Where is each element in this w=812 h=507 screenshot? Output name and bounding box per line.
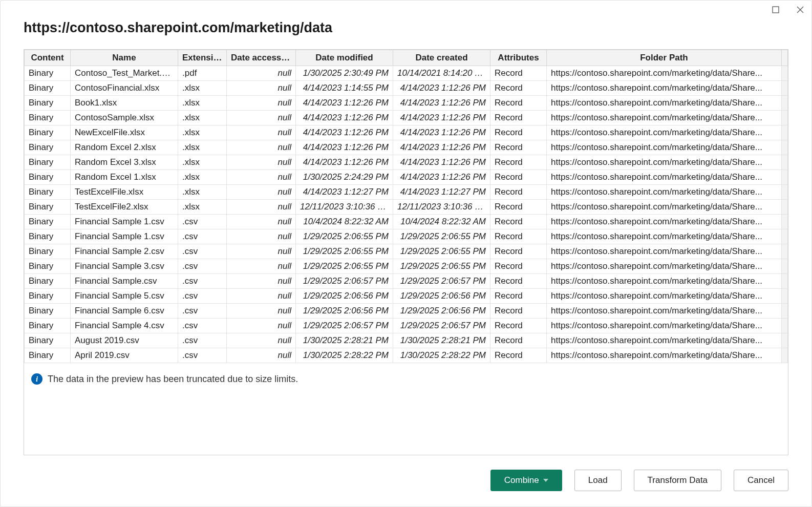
cell-name[interactable]: Financial Sample 1.csv: [71, 215, 178, 229]
cell-name[interactable]: ContosoSample.xlsx: [71, 111, 178, 125]
table-row[interactable]: BinaryFinancial Sample.csv.csvnull1/29/2…: [25, 274, 788, 289]
cell-date-created[interactable]: 4/14/2023 1:12:26 PM: [393, 96, 490, 111]
cell-date-accessed[interactable]: null: [227, 111, 296, 125]
cell-folder-path[interactable]: https://contoso.sharepoint.com/marketing…: [547, 125, 782, 140]
cell-name[interactable]: August 2019.csv: [71, 333, 178, 348]
cell-date-accessed[interactable]: null: [227, 81, 296, 96]
cell-date-accessed[interactable]: null: [227, 348, 296, 363]
cell-folder-path[interactable]: https://contoso.sharepoint.com/marketing…: [547, 244, 782, 259]
cell-content[interactable]: Binary: [25, 66, 71, 81]
cell-attributes[interactable]: Record: [490, 244, 547, 259]
cell-attributes[interactable]: Record: [490, 259, 547, 274]
cell-date-created[interactable]: 4/14/2023 1:12:27 PM: [393, 185, 490, 200]
cell-date-created[interactable]: 10/4/2024 8:22:32 AM: [393, 215, 490, 229]
cell-content[interactable]: Binary: [25, 140, 71, 155]
cell-attributes[interactable]: Record: [490, 215, 547, 229]
cell-date-accessed[interactable]: null: [227, 170, 296, 185]
cell-date-modified[interactable]: 10/4/2024 8:22:32 AM: [296, 215, 393, 229]
cell-name[interactable]: Book1.xlsx: [71, 96, 178, 111]
cell-name[interactable]: Random Excel 1.xlsx: [71, 170, 178, 185]
table-row[interactable]: BinaryNewExcelFile.xlsx.xlsxnull4/14/202…: [25, 125, 788, 140]
cell-name[interactable]: Random Excel 3.xlsx: [71, 155, 178, 170]
cell-content[interactable]: Binary: [25, 200, 71, 215]
cell-folder-path[interactable]: https://contoso.sharepoint.com/marketing…: [547, 348, 782, 363]
cell-date-created[interactable]: 1/29/2025 2:06:55 PM: [393, 229, 490, 244]
cell-date-created[interactable]: 12/11/2023 3:10:36 PM: [393, 200, 490, 215]
cell-date-created[interactable]: 1/29/2025 2:06:56 PM: [393, 289, 490, 304]
table-row[interactable]: BinaryFinancial Sample 5.csv.csvnull1/29…: [25, 289, 788, 304]
cell-folder-path[interactable]: https://contoso.sharepoint.com/marketing…: [547, 229, 782, 244]
cell-attributes[interactable]: Record: [490, 289, 547, 304]
cell-folder-path[interactable]: https://contoso.sharepoint.com/marketing…: [547, 155, 782, 170]
cell-content[interactable]: Binary: [25, 185, 71, 200]
cell-attributes[interactable]: Record: [490, 185, 547, 200]
col-attributes[interactable]: Attributes: [490, 50, 547, 66]
cell-content[interactable]: Binary: [25, 81, 71, 96]
cell-attributes[interactable]: Record: [490, 304, 547, 319]
cell-extension[interactable]: .csv: [178, 304, 227, 319]
cell-extension[interactable]: .csv: [178, 319, 227, 333]
cell-name[interactable]: Financial Sample 2.csv: [71, 244, 178, 259]
cell-date-modified[interactable]: 1/30/2025 2:28:22 PM: [296, 348, 393, 363]
cell-date-modified[interactable]: 1/29/2025 2:06:57 PM: [296, 274, 393, 289]
cell-attributes[interactable]: Record: [490, 140, 547, 155]
cell-date-accessed[interactable]: null: [227, 140, 296, 155]
cell-name[interactable]: Contoso_Test_Market.pdf: [71, 66, 178, 81]
cell-extension[interactable]: .csv: [178, 289, 227, 304]
cell-folder-path[interactable]: https://contoso.sharepoint.com/marketing…: [547, 304, 782, 319]
cell-extension[interactable]: .csv: [178, 348, 227, 363]
preview-table[interactable]: Content Name Extension Date accessed Dat…: [24, 50, 788, 363]
cell-name[interactable]: Financial Sample 3.csv: [71, 259, 178, 274]
cell-content[interactable]: Binary: [25, 319, 71, 333]
col-date-modified[interactable]: Date modified: [296, 50, 393, 66]
table-row[interactable]: BinaryContosoSample.xlsx.xlsxnull4/14/20…: [25, 111, 788, 125]
cell-date-modified[interactable]: 1/29/2025 2:06:56 PM: [296, 289, 393, 304]
cell-date-modified[interactable]: 4/14/2023 1:12:26 PM: [296, 125, 393, 140]
cell-date-modified[interactable]: 4/14/2023 1:12:26 PM: [296, 111, 393, 125]
cell-date-modified[interactable]: 12/11/2023 3:10:36 PM: [296, 200, 393, 215]
cell-attributes[interactable]: Record: [490, 170, 547, 185]
cell-date-modified[interactable]: 1/29/2025 2:06:55 PM: [296, 244, 393, 259]
cell-content[interactable]: Binary: [25, 289, 71, 304]
cell-date-created[interactable]: 1/29/2025 2:06:55 PM: [393, 259, 490, 274]
load-button[interactable]: Load: [574, 470, 622, 491]
cell-date-modified[interactable]: 1/29/2025 2:06:57 PM: [296, 319, 393, 333]
cell-date-accessed[interactable]: null: [227, 289, 296, 304]
table-row[interactable]: BinaryFinancial Sample 6.csv.csvnull1/29…: [25, 304, 788, 319]
cell-date-accessed[interactable]: null: [227, 185, 296, 200]
cell-name[interactable]: NewExcelFile.xlsx: [71, 125, 178, 140]
cell-extension[interactable]: .csv: [178, 333, 227, 348]
cell-date-accessed[interactable]: null: [227, 229, 296, 244]
cell-name[interactable]: Financial Sample.csv: [71, 274, 178, 289]
table-row[interactable]: BinaryFinancial Sample 3.csv.csvnull1/29…: [25, 259, 788, 274]
close-icon[interactable]: [795, 5, 805, 15]
cell-name[interactable]: Financial Sample 1.csv: [71, 229, 178, 244]
cell-content[interactable]: Binary: [25, 333, 71, 348]
cell-extension[interactable]: .xlsx: [178, 125, 227, 140]
cell-attributes[interactable]: Record: [490, 66, 547, 81]
cell-attributes[interactable]: Record: [490, 111, 547, 125]
cell-extension[interactable]: .csv: [178, 244, 227, 259]
cell-name[interactable]: Financial Sample 4.csv: [71, 319, 178, 333]
cell-date-created[interactable]: 4/14/2023 1:12:26 PM: [393, 140, 490, 155]
cell-extension[interactable]: .xlsx: [178, 170, 227, 185]
table-row[interactable]: BinaryContoso_Test_Market.pdf.pdfnull1/3…: [25, 66, 788, 81]
cell-attributes[interactable]: Record: [490, 81, 547, 96]
cell-attributes[interactable]: Record: [490, 333, 547, 348]
cell-attributes[interactable]: Record: [490, 229, 547, 244]
col-folder-path[interactable]: Folder Path: [547, 50, 782, 66]
cell-extension[interactable]: .csv: [178, 259, 227, 274]
table-row[interactable]: BinaryFinancial Sample 1.csv.csvnull1/29…: [25, 229, 788, 244]
cell-name[interactable]: Financial Sample 6.csv: [71, 304, 178, 319]
cell-date-created[interactable]: 4/14/2023 1:12:26 PM: [393, 81, 490, 96]
cell-date-accessed[interactable]: null: [227, 96, 296, 111]
table-row[interactable]: BinaryAugust 2019.csv.csvnull1/30/2025 2…: [25, 333, 788, 348]
cell-date-created[interactable]: 4/14/2023 1:12:26 PM: [393, 125, 490, 140]
cell-folder-path[interactable]: https://contoso.sharepoint.com/marketing…: [547, 215, 782, 229]
cell-folder-path[interactable]: https://contoso.sharepoint.com/marketing…: [547, 289, 782, 304]
cell-name[interactable]: TestExcelFile.xlsx: [71, 185, 178, 200]
cell-date-accessed[interactable]: null: [227, 155, 296, 170]
cell-name[interactable]: Financial Sample 5.csv: [71, 289, 178, 304]
table-row[interactable]: BinaryBook1.xlsx.xlsxnull4/14/2023 1:12:…: [25, 96, 788, 111]
cell-attributes[interactable]: Record: [490, 319, 547, 333]
